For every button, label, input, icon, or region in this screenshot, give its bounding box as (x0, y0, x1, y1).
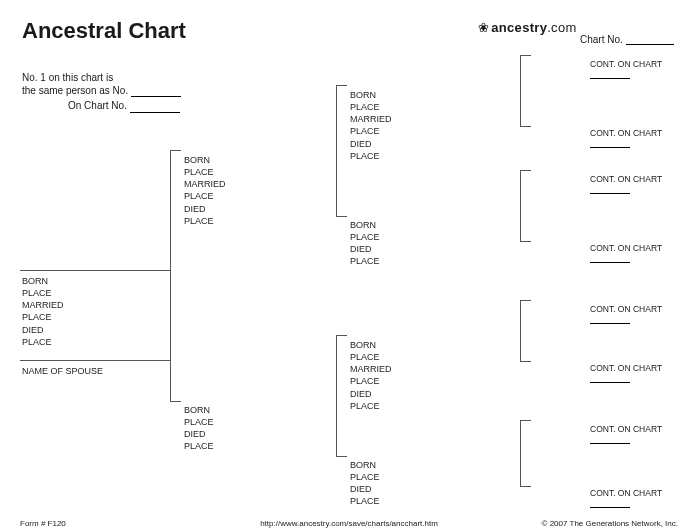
gen3-2-fields: BORN PLACE DIED PLACE (350, 219, 380, 268)
cont-4-input[interactable] (590, 253, 630, 263)
cont-8: CONT. ON CHART (590, 488, 698, 508)
gen2-mother-fields: BORN PLACE DIED PLACE (184, 404, 214, 453)
gen2-father-fields: BORN PLACE MARRIED PLACE DIED PLACE (184, 154, 226, 227)
cont-7: CONT. ON CHART (590, 424, 698, 444)
chart-number-label: Chart No. (580, 34, 674, 45)
cont-3: CONT. ON CHART (590, 174, 698, 194)
bracket-gen3-3 (520, 300, 531, 362)
cont-4: CONT. ON CHART (590, 243, 698, 263)
chart-number-input[interactable] (626, 35, 674, 45)
cont-6: CONT. ON CHART (590, 363, 698, 383)
note-on-chart: On Chart No. (68, 100, 180, 113)
bracket-gen2-mother (336, 335, 347, 457)
cont-8-input[interactable] (590, 498, 630, 508)
person1-name-line[interactable] (20, 270, 170, 271)
cont-2: CONT. ON CHART (590, 128, 698, 148)
cont-3-input[interactable] (590, 184, 630, 194)
same-person-no-input[interactable] (131, 87, 181, 97)
bracket-gen3-2 (520, 170, 531, 242)
footer-copyright: © 2007 The Generations Network, Inc. (542, 519, 678, 528)
gen3-3-fields: BORN PLACE MARRIED PLACE DIED PLACE (350, 339, 392, 412)
person1-fields: BORN PLACE MARRIED PLACE DIED PLACE (22, 275, 64, 348)
note-same-person: No. 1 on this chart is the same person a… (22, 72, 181, 97)
cont-7-input[interactable] (590, 434, 630, 444)
gen3-4-fields: BORN PLACE DIED PLACE (350, 459, 380, 508)
footer-form-number: Form # F120 (20, 519, 66, 528)
gen3-1-fields: BORN PLACE MARRIED PLACE DIED PLACE (350, 89, 392, 162)
cont-6-input[interactable] (590, 373, 630, 383)
bracket-gen1 (170, 150, 181, 402)
bracket-gen2-father (336, 85, 347, 217)
bracket-gen3-1 (520, 55, 531, 127)
page-title: Ancestral Chart (22, 18, 186, 44)
brand-logo: ❀ancestry.com (478, 20, 577, 35)
cont-2-input[interactable] (590, 138, 630, 148)
cont-5: CONT. ON CHART (590, 304, 698, 324)
footer-url: http://www.ancestry.com/save/charts/ancc… (260, 519, 438, 528)
leaf-icon: ❀ (478, 20, 489, 35)
cont-1: CONT. ON CHART (590, 59, 698, 79)
on-chart-no-input[interactable] (130, 103, 180, 113)
bracket-gen3-4 (520, 420, 531, 487)
spouse-name-line[interactable] (20, 360, 170, 361)
cont-1-input[interactable] (590, 69, 630, 79)
spouse-label: NAME OF SPOUSE (22, 365, 103, 377)
cont-5-input[interactable] (590, 314, 630, 324)
